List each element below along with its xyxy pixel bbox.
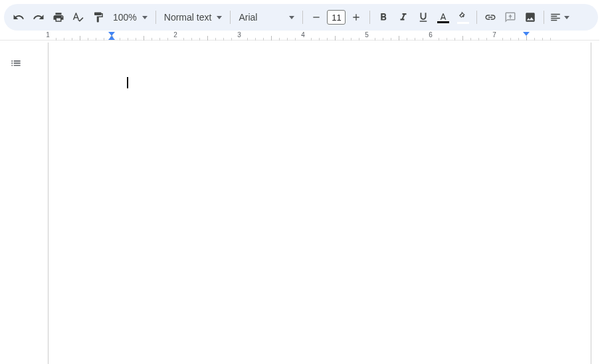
ruler-number: 6 bbox=[429, 31, 433, 39]
bold-button[interactable] bbox=[374, 8, 393, 27]
ruler-number: 3 bbox=[237, 31, 241, 39]
formatting-toolbar: 100% Normal text Arial bbox=[4, 4, 598, 31]
text-align-dropdown[interactable] bbox=[548, 8, 571, 27]
font-size-input[interactable] bbox=[327, 10, 346, 25]
text-color-swatch bbox=[437, 21, 449, 23]
zoom-dropdown[interactable]: 100% bbox=[109, 8, 151, 27]
highlight-color-swatch bbox=[457, 22, 469, 24]
right-indent-marker[interactable] bbox=[523, 32, 530, 36]
font-family-value: Arial bbox=[239, 12, 257, 23]
separator bbox=[544, 11, 544, 24]
ruler-number: 7 bbox=[492, 31, 496, 39]
separator bbox=[476, 11, 477, 24]
italic-button[interactable] bbox=[394, 8, 413, 27]
increase-font-size-button[interactable] bbox=[347, 8, 365, 27]
text-color-button[interactable] bbox=[434, 8, 452, 27]
dropdown-icon bbox=[289, 16, 294, 19]
text-cursor bbox=[127, 77, 128, 88]
insert-image-button[interactable] bbox=[521, 8, 540, 27]
spellcheck-button[interactable] bbox=[69, 8, 88, 27]
paint-format-button[interactable] bbox=[89, 8, 108, 27]
ruler-number: 1 bbox=[46, 31, 50, 39]
print-button[interactable] bbox=[49, 8, 68, 27]
zoom-value: 100% bbox=[113, 12, 137, 23]
dropdown-icon bbox=[142, 16, 148, 19]
paragraph-style-value: Normal text bbox=[164, 12, 212, 23]
separator bbox=[230, 11, 231, 24]
highlight-color-button[interactable] bbox=[454, 8, 472, 27]
insert-comment-button[interactable] bbox=[501, 8, 520, 27]
dropdown-icon bbox=[217, 16, 222, 19]
ruler-number: 5 bbox=[365, 31, 369, 39]
insert-link-button[interactable] bbox=[481, 8, 500, 27]
paragraph-style-dropdown[interactable]: Normal text bbox=[160, 8, 227, 27]
dropdown-icon bbox=[564, 16, 569, 19]
separator bbox=[302, 11, 303, 24]
first-line-indent-marker[interactable] bbox=[108, 32, 115, 36]
workspace bbox=[0, 43, 602, 364]
font-family-dropdown[interactable]: Arial bbox=[235, 8, 298, 27]
decrease-font-size-button[interactable] bbox=[307, 8, 326, 27]
page-canvas bbox=[32, 43, 602, 364]
undo-button[interactable] bbox=[9, 8, 28, 27]
left-indent-marker[interactable] bbox=[108, 36, 115, 40]
show-outline-button[interactable] bbox=[7, 54, 25, 73]
separator bbox=[155, 11, 156, 24]
underline-button[interactable] bbox=[414, 8, 433, 27]
redo-button[interactable] bbox=[29, 8, 48, 27]
document-page[interactable] bbox=[48, 43, 591, 364]
horizontal-ruler[interactable]: 11234567 bbox=[0, 31, 602, 43]
ruler-number: 2 bbox=[173, 31, 177, 39]
outline-sidebar bbox=[0, 43, 32, 364]
ruler-number: 4 bbox=[301, 31, 305, 39]
separator bbox=[369, 11, 370, 24]
font-size-group bbox=[307, 8, 365, 27]
